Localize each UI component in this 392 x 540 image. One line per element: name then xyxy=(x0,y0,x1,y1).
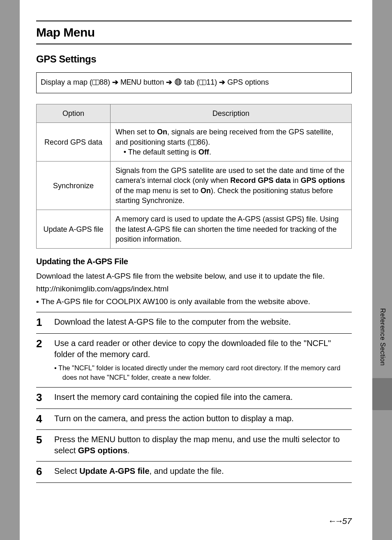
step-item: 5 Press the MENU button to display the m… xyxy=(36,429,352,461)
subsection-heading: Updating the A-GPS File xyxy=(36,257,352,266)
step-number: 2 xyxy=(36,338,47,382)
book-icon xyxy=(190,140,197,145)
option-name: Record GPS data xyxy=(37,123,111,162)
text-bold: GPS options xyxy=(301,176,345,185)
side-thumb-tab xyxy=(372,378,392,410)
step-sub-list: The "NCFL" folder is located directly un… xyxy=(54,363,352,382)
text: Select xyxy=(54,466,79,475)
step-number: 6 xyxy=(36,466,47,478)
book-icon xyxy=(199,80,206,85)
option-description: Signals from the GPS satellite are used … xyxy=(111,162,352,210)
bullet-list: The A-GPS file for COOLPIX AW100 is only… xyxy=(36,296,352,307)
paragraph: Download the latest A-GPS file from the … xyxy=(36,270,352,282)
text: , and update the file. xyxy=(150,466,224,475)
text-bold: GPS options xyxy=(78,446,127,455)
side-section-label: Reference Section xyxy=(379,308,386,366)
column-header-description: Description xyxy=(111,104,352,123)
table-row: Record GPS data When set to On, signals … xyxy=(37,123,352,162)
text-bold: Update A-GPS file xyxy=(79,466,149,475)
page-number: ←→57 xyxy=(328,516,352,526)
text: • The default setting is xyxy=(124,148,198,156)
rule-line xyxy=(36,21,352,21)
option-name: Synchronize xyxy=(37,162,111,210)
text-bold: Record GPS data xyxy=(231,176,291,185)
text: in xyxy=(291,176,301,185)
nav-ref: 88) xyxy=(99,78,112,86)
text-bold: On xyxy=(201,187,211,195)
step-item: 4 Turn on the camera, and press the acti… xyxy=(36,408,352,430)
step-number: 1 xyxy=(36,316,47,328)
table-row: Update A-GPS file A memory card is used … xyxy=(37,210,352,249)
nav-text: GPS options xyxy=(225,78,269,86)
text: 86). xyxy=(197,138,210,146)
menu-button-label: MENU xyxy=(91,435,115,444)
step-text: Select Update A-GPS file, and update the… xyxy=(54,466,352,477)
url-text: http://nikonimglib.com/agps/index.html xyxy=(36,284,352,293)
option-description: A memory card is used to update the A-GP… xyxy=(111,210,352,249)
step-text: Press the MENU button to display the map… xyxy=(54,434,352,456)
text: When set to xyxy=(115,128,157,136)
step-item: 6 Select Update A-GPS file, and update t… xyxy=(36,461,352,483)
step-sub-item: The "NCFL" folder is located directly un… xyxy=(54,363,352,382)
step-item: 3 Insert the memory card containing the … xyxy=(36,387,352,408)
step-text: Insert the memory card containing the co… xyxy=(54,392,352,403)
step-item: 1 Download the latest A-GPS file to the … xyxy=(36,312,352,333)
page-number-value: 57 xyxy=(342,516,352,526)
nav-text: tab ( xyxy=(182,78,199,86)
step-number: 4 xyxy=(36,413,47,425)
book-icon xyxy=(92,80,99,85)
page-title: Map Menu xyxy=(36,25,352,39)
bullet-item: • The default setting is Off. xyxy=(115,148,211,156)
section-heading: GPS Settings xyxy=(36,53,352,65)
table-row: Synchronize Signals from the GPS satelli… xyxy=(37,162,352,210)
step-item: 2 Use a card reader or other device to c… xyxy=(36,333,352,387)
nav-text: button xyxy=(141,78,166,86)
column-header-option: Option xyxy=(37,104,111,123)
option-name: Update A-GPS file xyxy=(37,210,111,249)
steps-list: 1 Download the latest A-GPS file to the … xyxy=(36,312,352,483)
gps-tab-icon xyxy=(174,78,182,88)
arrow-icon: ➔ xyxy=(219,78,225,86)
arrow-icon: ➔ xyxy=(166,78,172,86)
nav-ref: 11) xyxy=(206,78,219,86)
manual-page: Map Menu GPS Settings Display a map (88)… xyxy=(20,0,372,540)
nav-text: Display a map ( xyxy=(41,78,92,86)
rule-line xyxy=(36,44,352,44)
text: Press the xyxy=(54,435,91,444)
menu-button-label: MENU xyxy=(120,78,141,86)
step-text: Use a card reader or other device to cop… xyxy=(54,338,352,360)
text-bold: On xyxy=(157,128,167,136)
option-description: When set to On, signals are being receiv… xyxy=(111,123,352,162)
options-table: Option Description Record GPS data When … xyxy=(36,104,352,249)
step-number: 3 xyxy=(36,392,47,404)
text: . xyxy=(127,446,130,455)
bullet-item: The A-GPS file for COOLPIX AW100 is only… xyxy=(36,296,352,307)
step-text: Turn on the camera, and press the action… xyxy=(54,413,352,424)
text: of the map menu is set to xyxy=(115,187,201,195)
navigation-path-box: Display a map (88) ➔ MENU button ➔ tab (… xyxy=(36,72,352,93)
text: . xyxy=(209,148,211,156)
arrow-icon: ➔ xyxy=(112,78,118,86)
step-text: Download the latest A-GPS file to the co… xyxy=(54,316,352,328)
text-bold: Off xyxy=(198,148,209,156)
reference-section-icon: ←→ xyxy=(328,516,341,526)
step-number: 5 xyxy=(36,434,47,456)
